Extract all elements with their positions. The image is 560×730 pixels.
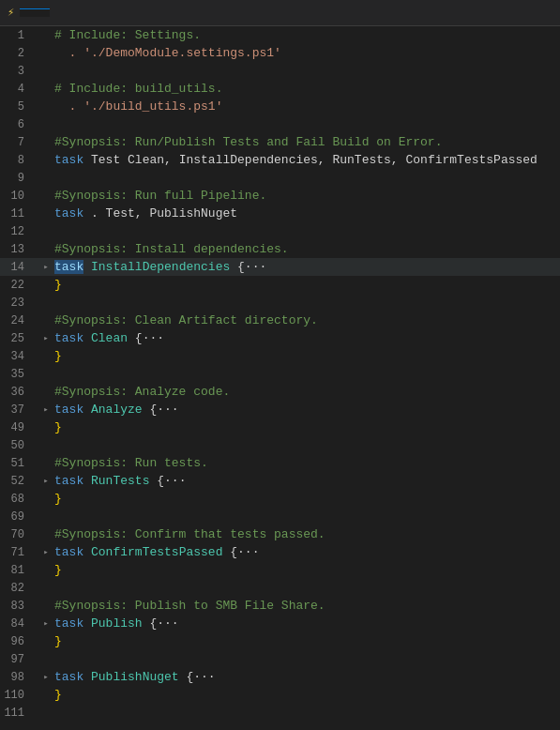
line-number: 111 — [0, 707, 39, 720]
line-number: 97 — [0, 653, 39, 666]
code-content: #Synopsis: Run full Pipeline. — [53, 189, 560, 203]
code-line: 68} — [0, 490, 560, 508]
code-line: 52▸task RunTests {··· — [0, 472, 560, 490]
code-line: 24#Synopsis: Clean Artifact directory. — [0, 312, 560, 329]
fold-gutter[interactable]: ▸ — [39, 333, 53, 343]
synopsis-token: #Synopsis: Clean Artifact directory. — [54, 313, 318, 327]
code-line: 1# Include: Settings. — [0, 26, 560, 44]
code-line: 71▸task ConfirmTestsPassed {··· — [0, 543, 560, 561]
code-line: 82 — [0, 579, 560, 597]
code-content: task Analyze {··· — [53, 403, 560, 417]
brace-token: } — [54, 634, 62, 648]
plain-token: . Test, PublishNuget — [83, 206, 237, 221]
code-line: 35 — [0, 365, 560, 383]
editor-tab[interactable] — [20, 8, 50, 17]
code-line: 110} — [0, 686, 560, 704]
ellip-token: ··· — [143, 331, 164, 345]
line-number: 110 — [0, 689, 39, 702]
code-content: #Synopsis: Run/Publish Tests and Fail Bu… — [53, 135, 560, 149]
code-content: task RunTests {··· — [53, 474, 560, 488]
line-number: 51 — [0, 457, 39, 470]
fold-gutter[interactable]: ▸ — [39, 672, 53, 682]
code-content: # Include: Settings. — [53, 28, 560, 42]
line-number: 98 — [0, 671, 39, 684]
line-number: 8 — [0, 154, 39, 167]
code-content: task Clean {··· — [53, 331, 560, 345]
line-number: 24 — [0, 314, 39, 327]
line-number: 37 — [0, 403, 39, 417]
fold-gutter[interactable]: ▸ — [39, 262, 53, 272]
plain-token: Test Clean, InstallDependencies, RunTest… — [83, 153, 537, 167]
task-token: task — [54, 545, 83, 559]
brace-token: } — [54, 563, 62, 577]
code-content: task ConfirmTestsPassed {··· — [53, 545, 560, 559]
synopsis-token: #Synopsis: Run full Pipeline. — [54, 189, 266, 203]
plain-token: { — [128, 331, 143, 345]
plain-token: { — [230, 260, 245, 274]
line-number: 82 — [0, 582, 39, 595]
code-content: } — [53, 634, 560, 648]
code-line: 51#Synopsis: Run tests. — [0, 454, 560, 472]
code-line: 3 — [0, 62, 560, 80]
code-line: 2 . './DemoModule.settings.ps1' — [0, 44, 560, 62]
fold-gutter[interactable]: ▸ — [39, 476, 53, 486]
code-content: } — [53, 492, 560, 506]
code-line: 81} — [0, 561, 560, 579]
ellip-token: ··· — [157, 403, 178, 417]
title-icon: ⚡ — [8, 6, 14, 20]
line-number: 50 — [0, 439, 39, 452]
code-content: task Test Clean, InstallDependencies, Ru… — [53, 153, 560, 167]
fold-gutter[interactable]: ▸ — [39, 404, 53, 415]
synopsis-token: #Synopsis: Install dependencies. — [54, 242, 289, 256]
line-number: 3 — [0, 65, 39, 78]
line-number: 5 — [0, 100, 39, 114]
name-token: Clean — [83, 331, 128, 345]
code-content: #Synopsis: Install dependencies. — [53, 242, 560, 256]
code-line: 13#Synopsis: Install dependencies. — [0, 240, 560, 258]
fold-gutter[interactable]: ▸ — [39, 618, 53, 629]
line-number: 4 — [0, 83, 39, 96]
code-line: 98▸task PublishNuget {··· — [0, 668, 560, 686]
line-number: 68 — [0, 493, 39, 506]
brace-token: } — [54, 278, 62, 292]
code-content: . './build_utils.ps1' — [53, 99, 560, 114]
code-line: 111 — [0, 704, 560, 722]
ellip-token: ··· — [157, 616, 178, 631]
line-number: 36 — [0, 386, 39, 399]
code-line: 22} — [0, 276, 560, 294]
line-number: 34 — [0, 350, 39, 363]
code-line: 6 — [0, 115, 560, 133]
code-content: task InstallDependencies {··· — [53, 260, 560, 274]
code-line: 97 — [0, 650, 560, 668]
line-number: 52 — [0, 475, 39, 488]
name-token: RunTests — [83, 474, 149, 488]
line-number: 10 — [0, 190, 39, 203]
code-content: #Synopsis: Analyze code. — [53, 385, 560, 399]
line-number: 35 — [0, 368, 39, 381]
code-content: task Publish {··· — [53, 616, 560, 631]
brace-token: } — [54, 688, 62, 702]
line-number: 81 — [0, 564, 39, 577]
code-content: } — [53, 278, 560, 292]
code-content: #Synopsis: Confirm that tests passed. — [53, 527, 560, 541]
code-line: 14▸task InstallDependencies {··· — [0, 258, 560, 276]
line-number: 71 — [0, 546, 39, 559]
code-content: #Synopsis: Clean Artifact directory. — [53, 313, 560, 327]
plain-token: { — [179, 670, 194, 684]
name-token: Publish — [83, 616, 142, 631]
plain-token: { — [143, 616, 158, 631]
synopsis-token: #Synopsis: Run tests. — [54, 456, 208, 470]
task-token: task — [54, 474, 83, 488]
task-token: task — [54, 153, 83, 167]
line-number: 9 — [0, 172, 39, 185]
string-token: . './build_utils.ps1' — [54, 99, 222, 114]
code-line: 10#Synopsis: Run full Pipeline. — [0, 187, 560, 205]
fold-gutter[interactable]: ▸ — [39, 547, 53, 557]
synopsis-token: #Synopsis: Publish to SMB File Share. — [54, 599, 325, 613]
code-line: 36#Synopsis: Analyze code. — [0, 383, 560, 401]
task-token: task — [54, 331, 83, 345]
name-token: ConfirmTestsPassed — [83, 545, 222, 559]
line-number: 6 — [0, 118, 39, 131]
code-content: #Synopsis: Publish to SMB File Share. — [53, 599, 560, 613]
code-content: } — [53, 349, 560, 363]
